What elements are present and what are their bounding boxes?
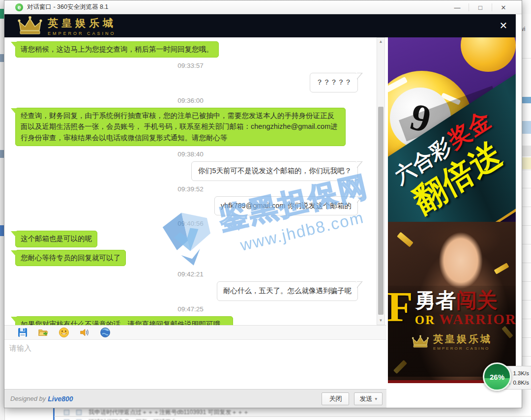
agent-message-bubble: 如果您对审核有什么不满意的话，请您直接回复邮件说明即可哦， <box>15 316 233 325</box>
send-button[interactable]: 发送▾ <box>354 392 383 405</box>
chat-message-row: 你们5天前可不是说发这个邮箱的，你们玩我吧？ <box>15 161 358 180</box>
globe-icon[interactable] <box>100 327 111 338</box>
chat-timestamp: 09:36:00 <box>4 97 377 104</box>
scrollbar-thumb[interactable] <box>378 107 384 315</box>
speed-percent: 26% <box>490 373 504 381</box>
chat-message-row: ？？？？？ <box>15 73 358 92</box>
agent-message-bubble: 您耐心等待专员的回复就可以了 <box>15 250 126 266</box>
minimize-button[interactable]: — <box>446 1 469 14</box>
casino-brand-en: EMPEROR CASINO <box>48 31 117 36</box>
sound-icon[interactable] <box>79 327 90 338</box>
chat-message-list[interactable]: 请您稍候，这边马上为您提交查询，稍后第一时间回复您哦。09:33:57？？？？？… <box>4 37 377 325</box>
banner-brand-cn: 英皇娱乐城 <box>433 332 492 346</box>
scroll-down-icon[interactable]: ▼ <box>377 317 384 325</box>
chat-scrollbar[interactable]: ▲ ▼ <box>377 37 385 325</box>
crown-icon <box>412 335 429 349</box>
chat-timestamp: 09:33:57 <box>4 62 377 69</box>
warrior-en-warrior: WARRIOR <box>439 311 516 327</box>
chat-message-row: 您耐心等待专员的回复就可以了 <box>15 250 366 266</box>
user-message-bubble: 耐心什么，五天了。怎么就像遇到骗子呢 <box>217 281 358 300</box>
chat-message-row: 如果您对审核有什么不满意的话，请您直接回复邮件说明即可哦， <box>15 316 366 325</box>
composer-toolbar <box>4 325 386 340</box>
chat-timestamp: 09:42:21 <box>4 270 377 278</box>
maximize-button[interactable]: □ <box>469 1 492 14</box>
chat-message-row: 这个邮箱也是可以的呢 <box>15 231 366 247</box>
promo-banner[interactable]: 9 8 六合彩奖金 翻倍送 <box>388 37 516 383</box>
chat-timestamp: 09:39:52 <box>4 185 377 193</box>
send-dropdown-icon[interactable]: ▾ <box>375 396 377 401</box>
close-chat-button[interactable]: 关闭 <box>322 392 349 405</box>
chat-timestamp: 09:38:40 <box>4 150 377 158</box>
chat-dialog-window: e 对话窗口 - 360安全浏览器 8.1 — □ ✕ 英皇娱乐城 EMPERO… <box>4 0 522 408</box>
window-title: 对话窗口 - 360安全浏览器 8.1 <box>27 3 108 11</box>
agent-message-bubble: 经查询，财务回复，由于系统例行抽查审核，您的注单已被抽中，需要您发送本人的手持身… <box>15 108 346 146</box>
save-icon[interactable] <box>17 327 28 338</box>
dialog-footer: Designed by Live800 关闭 发送▾ <box>4 389 386 408</box>
casino-brand-cn: 英皇娱乐城 <box>48 16 117 30</box>
download-speed: 0.8K/s <box>513 380 529 386</box>
close-chat-icon[interactable]: ✕ <box>497 19 510 32</box>
live800-brand: Live800 <box>48 395 73 403</box>
agent-message-bubble: 这个邮箱也是可以的呢 <box>15 231 97 247</box>
chat-message-row: 经查询，财务回复，由于系统例行抽查审核，您的注单已被抽中，需要您发送本人的手持身… <box>15 108 366 146</box>
scroll-up-icon[interactable]: ▲ <box>377 38 384 46</box>
warrior-cn-white: 勇者 <box>415 289 456 312</box>
user-message-bubble: yhfk789@gmail.com 你们说发这个邮箱的 <box>214 196 358 215</box>
chat-message-row: 请您稍候，这边马上为您提交查询，稍后第一时间回复您哦。 <box>15 41 366 58</box>
warrior-cn-red: 闯关 <box>456 289 498 312</box>
upload-speed: 1.3K/s <box>513 370 529 376</box>
chat-message-row: 耐心什么，五天了。怎么就像遇到骗子呢 <box>15 281 358 300</box>
banner-brand-en: EMPEROR CASINO <box>433 346 492 351</box>
360-browser-icon: e <box>15 3 23 11</box>
emoticon-icon[interactable] <box>59 327 69 338</box>
warrior-f: F <box>388 290 413 325</box>
screen: Vwi 我申请时代理返点过＋＋＋注账号db1103931 可回复发＋＋＋ 环球时… <box>0 0 531 420</box>
user-message-bubble: 你们5天前可不是说发这个邮箱的，你们玩我吧？ <box>191 161 358 180</box>
message-input[interactable]: 请输入 <box>4 341 386 388</box>
chat-message-row: yhfk789@gmail.com 你们说发这个邮箱的 <box>15 196 358 215</box>
open-file-icon[interactable] <box>38 327 49 338</box>
user-message-bubble: ？？？？？ <box>310 73 358 92</box>
chat-timestamp: 09:47:25 <box>4 305 377 313</box>
casino-header: 英皇娱乐城 EMPEROR CASINO ✕ <box>4 14 516 37</box>
titlebar[interactable]: e 对话窗口 - 360安全浏览器 8.1 — □ ✕ <box>4 0 522 14</box>
warrior-en-or: OR <box>415 313 436 327</box>
designed-by-label: Designed by <box>10 395 46 402</box>
agent-message-bubble: 请您稍候，这边马上为您提交查询，稍后第一时间回复您哦。 <box>15 41 219 58</box>
background-table: 我申请时代理返点过＋＋＋注账号db1103931 可回复发＋＋＋ 环球时代理专员… <box>5 407 531 420</box>
speed-percent-badge[interactable]: 26% <box>483 362 511 391</box>
chat-timestamp: 09:40:56 <box>4 220 377 227</box>
crown-icon <box>17 16 43 36</box>
close-window-button[interactable]: ✕ <box>492 1 515 14</box>
gold-ball <box>461 37 516 72</box>
